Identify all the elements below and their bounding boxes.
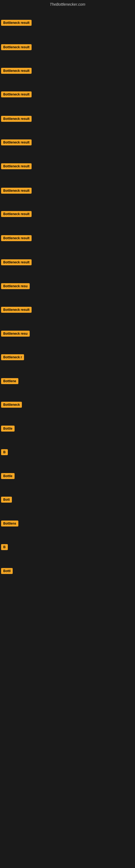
- result-row-23: B: [0, 543, 9, 551]
- bottleneck-badge-1: Bottleneck result: [1, 20, 32, 26]
- result-row-11: Bottleneck result: [0, 258, 33, 267]
- result-row-8: Bottleneck result: [0, 187, 33, 195]
- result-row-9: Bottleneck result: [0, 210, 33, 218]
- bottleneck-badge-24: Bottl: [1, 568, 13, 574]
- result-row-12: Bottleneck resu: [0, 282, 31, 290]
- bottleneck-badge-13: Bottleneck result: [1, 307, 32, 313]
- bottleneck-badge-5: Bottleneck result: [1, 116, 32, 122]
- result-row-15: Bottleneck r: [0, 353, 25, 361]
- result-row-13: Bottleneck result: [0, 306, 33, 314]
- result-row-20: Bottle: [0, 472, 16, 480]
- result-row-18: Bottle: [0, 425, 16, 433]
- bottleneck-badge-6: Bottleneck result: [1, 140, 32, 145]
- bottleneck-badge-19: B: [1, 449, 8, 455]
- bottleneck-badge-22: Bottlens: [1, 521, 18, 527]
- result-row-3: Bottleneck result: [0, 67, 33, 75]
- result-row-21: Bott: [0, 496, 13, 504]
- bottleneck-badge-21: Bott: [1, 497, 12, 503]
- result-row-2: Bottleneck result: [0, 43, 33, 51]
- result-row-17: Bottleneck: [0, 401, 23, 409]
- bottleneck-badge-2: Bottleneck result: [1, 44, 32, 50]
- result-row-6: Bottleneck result: [0, 138, 33, 147]
- bottleneck-badge-4: Bottleneck result: [1, 91, 32, 97]
- bottleneck-badge-14: Bottleneck resu: [1, 331, 30, 337]
- site-title: TheBottlenecker.com: [0, 0, 135, 9]
- bottleneck-badge-12: Bottleneck resu: [1, 283, 30, 289]
- bottleneck-badge-16: Bottlene: [1, 378, 18, 384]
- result-row-14: Bottleneck resu: [0, 330, 31, 338]
- bottleneck-badge-11: Bottleneck result: [1, 259, 32, 265]
- result-row-5: Bottleneck result: [0, 115, 33, 123]
- result-row-1: Bottleneck result: [0, 19, 33, 27]
- bottleneck-badge-8: Bottleneck result: [1, 188, 32, 194]
- result-row-19: B: [0, 448, 9, 456]
- bottleneck-badge-20: Bottle: [1, 473, 14, 479]
- result-row-22: Bottlens: [0, 520, 19, 528]
- bottleneck-badge-17: Bottleneck: [1, 402, 22, 408]
- bottleneck-badge-18: Bottle: [1, 426, 14, 432]
- result-row-16: Bottlene: [0, 377, 19, 385]
- bottleneck-badge-10: Bottleneck result: [1, 235, 32, 241]
- result-row-4: Bottleneck result: [0, 90, 33, 98]
- bottleneck-badge-7: Bottleneck result: [1, 163, 32, 169]
- bottleneck-badge-15: Bottleneck r: [1, 354, 24, 360]
- bottleneck-badge-23: B: [1, 544, 8, 550]
- bottleneck-badge-9: Bottleneck result: [1, 211, 32, 217]
- result-row-24: Bottl: [0, 567, 14, 575]
- result-row-7: Bottleneck result: [0, 162, 33, 170]
- bottleneck-badge-3: Bottleneck result: [1, 68, 32, 74]
- result-row-10: Bottleneck result: [0, 234, 33, 242]
